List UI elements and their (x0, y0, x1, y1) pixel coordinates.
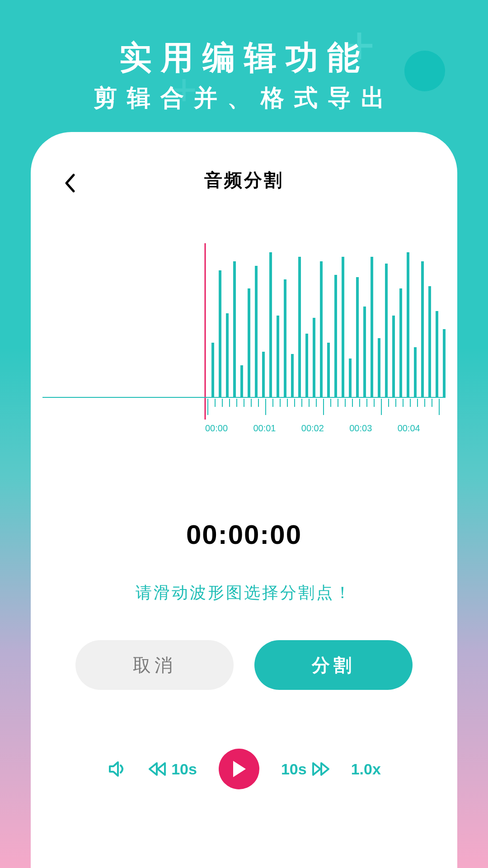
headline-title: 实用编辑功能 (0, 36, 488, 80)
phone-notch (147, 140, 341, 165)
svg-rect-7 (262, 352, 265, 397)
chevron-left-icon (64, 173, 76, 193)
speed-label: 1.0x (351, 760, 381, 778)
svg-rect-6 (255, 266, 258, 397)
svg-rect-22 (371, 257, 373, 397)
svg-marker-72 (313, 763, 320, 775)
svg-rect-3 (233, 261, 236, 397)
volume-button[interactable] (107, 759, 127, 779)
app-screen: 音频分割 00:0000:0100:0200:0300:04 00:00:00 … (42, 144, 446, 868)
svg-rect-14 (313, 318, 315, 397)
svg-rect-24 (385, 264, 388, 397)
svg-rect-9 (277, 316, 279, 397)
play-icon (231, 760, 247, 778)
svg-rect-17 (334, 275, 337, 397)
phone-camera (277, 148, 287, 158)
playback-speed[interactable]: 1.0x (351, 760, 381, 778)
svg-rect-27 (407, 252, 409, 397)
svg-rect-10 (284, 279, 286, 397)
svg-rect-29 (421, 261, 424, 397)
play-button[interactable] (219, 749, 259, 789)
svg-rect-8 (269, 252, 272, 397)
svg-rect-31 (436, 311, 438, 397)
back-button[interactable] (59, 172, 81, 194)
svg-rect-15 (320, 261, 323, 397)
waveform-tick-label: 00:00 (205, 423, 253, 434)
hint-text: 请滑动波形图选择分割点！ (42, 582, 446, 604)
transport-bar: 10s 10s 1.0x (42, 749, 446, 789)
waveform-tick-label: 00:02 (301, 423, 349, 434)
phone-frame: 音频分割 00:0000:0100:0200:0300:04 00:00:00 … (31, 132, 457, 868)
svg-rect-2 (226, 313, 229, 397)
svg-rect-12 (298, 257, 301, 397)
waveform-area[interactable]: 00:0000:0100:0200:0300:04 (42, 216, 446, 469)
waveform-tick-label: 00:01 (253, 423, 301, 434)
action-buttons: 取消 分割 (42, 640, 446, 690)
svg-rect-1 (219, 270, 221, 397)
svg-rect-11 (291, 354, 294, 397)
rewind-icon (149, 761, 167, 777)
svg-rect-28 (414, 347, 417, 397)
marketing-headline: 实用编辑功能 剪辑合并、格式导出 (0, 36, 488, 114)
page-title: 音频分割 (204, 168, 284, 193)
waveform-tick-label: 00:04 (398, 423, 446, 434)
svg-marker-70 (158, 763, 165, 775)
svg-rect-21 (363, 307, 366, 397)
phone-speaker (201, 150, 269, 156)
split-button[interactable]: 分割 (254, 640, 413, 690)
svg-rect-18 (342, 257, 344, 397)
svg-marker-69 (150, 763, 157, 775)
svg-rect-20 (356, 277, 359, 397)
svg-rect-5 (248, 288, 250, 397)
cancel-button[interactable]: 取消 (75, 640, 234, 690)
speaker-icon (107, 759, 127, 779)
fast-forward-icon (311, 761, 329, 777)
svg-rect-32 (443, 329, 446, 397)
svg-rect-19 (349, 359, 352, 397)
seek-fwd-label: 10s (281, 760, 307, 778)
svg-rect-16 (327, 343, 330, 397)
svg-rect-4 (240, 365, 243, 397)
svg-rect-23 (378, 338, 380, 397)
waveform-time-labels: 00:0000:0100:0200:0300:04 (42, 423, 446, 434)
svg-rect-0 (211, 343, 214, 397)
waveform-baseline (42, 397, 446, 398)
svg-marker-71 (233, 761, 246, 777)
waveform-tick-label: 00:03 (349, 423, 397, 434)
headline-subtitle: 剪辑合并、格式导出 (0, 82, 488, 114)
seek-back-10s[interactable]: 10s (149, 760, 197, 778)
current-time: 00:00:00 (42, 519, 446, 550)
svg-rect-26 (399, 288, 402, 397)
svg-rect-25 (392, 316, 395, 397)
seek-back-label: 10s (171, 760, 197, 778)
svg-rect-30 (428, 286, 431, 397)
seek-forward-10s[interactable]: 10s (281, 760, 329, 778)
svg-marker-73 (321, 763, 328, 775)
svg-rect-13 (305, 334, 308, 397)
